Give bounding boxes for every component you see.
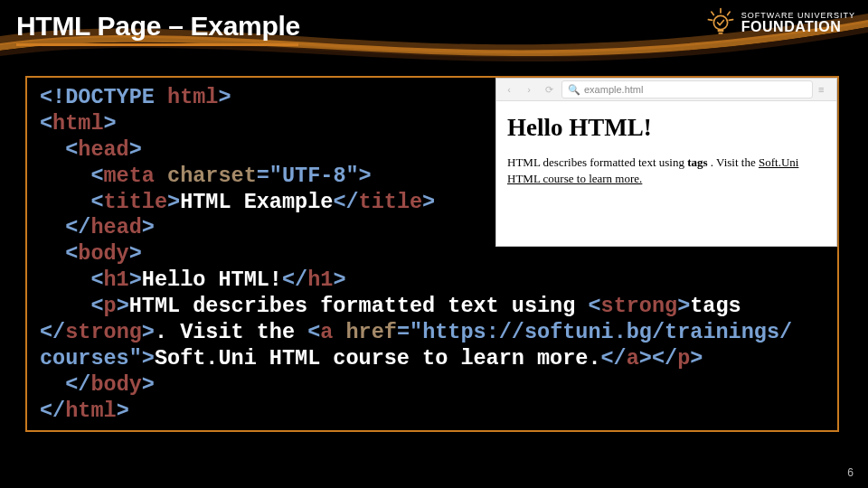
brand-text: SOFTWARE UNIVERSITY FOUNDATION xyxy=(741,12,855,34)
brand-logo: SOFTWARE UNIVERSITY FOUNDATION xyxy=(705,7,855,38)
search-icon: 🔍 xyxy=(568,84,580,96)
rendered-heading: Hello HTML! xyxy=(507,114,826,142)
lightbulb-icon xyxy=(705,7,736,38)
svg-point-5 xyxy=(713,15,727,29)
brand-line2: FOUNDATION xyxy=(741,20,855,34)
svg-line-1 xyxy=(712,12,714,14)
browser-content: Hello HTML! HTML describes formatted tex… xyxy=(496,101,836,195)
svg-line-4 xyxy=(729,20,732,21)
browser-toolbar: ‹ › ⟳ 🔍 example.html ≡ xyxy=(496,79,836,101)
code-example-box: <!DOCTYPE html> <html> <head> <meta char… xyxy=(25,76,839,432)
browser-preview: ‹ › ⟳ 🔍 example.html ≡ Hello HTML! HTML … xyxy=(495,78,837,247)
address-bar[interactable]: 🔍 example.html xyxy=(561,80,813,99)
rendered-paragraph: HTML describes formatted text using tags… xyxy=(507,155,826,186)
back-icon[interactable]: ‹ xyxy=(502,82,516,97)
forward-icon[interactable]: › xyxy=(522,82,536,97)
svg-line-3 xyxy=(708,20,712,21)
svg-rect-6 xyxy=(717,30,723,33)
svg-rect-7 xyxy=(718,33,722,34)
reload-icon[interactable]: ⟳ xyxy=(542,82,556,97)
svg-line-2 xyxy=(727,12,730,14)
menu-icon[interactable]: ≡ xyxy=(818,84,831,95)
title-underline xyxy=(16,43,298,46)
slide-number: 6 xyxy=(847,466,854,479)
address-text: example.html xyxy=(584,84,643,95)
